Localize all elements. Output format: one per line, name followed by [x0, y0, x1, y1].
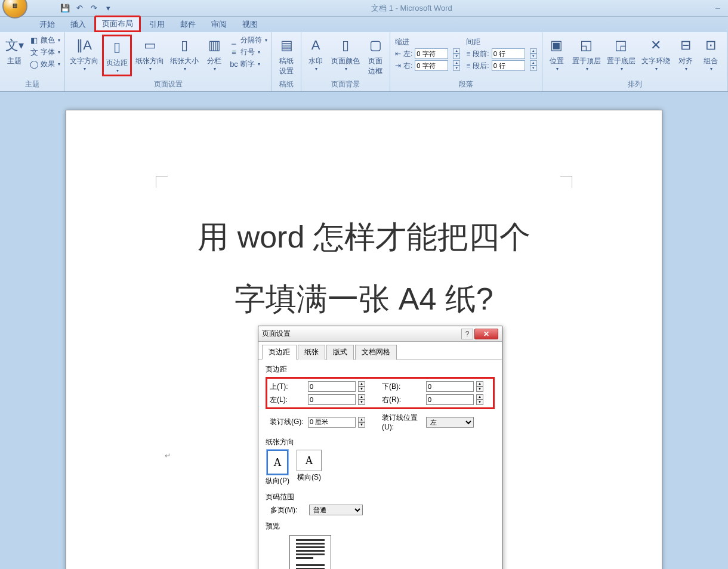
dialog-body: 页边距 上(T): ▲▼ 下(B): ▲▼ 左(L): ▲▼ 右(R): ▲▼ …: [258, 360, 502, 569]
indent-right-input[interactable]: [415, 60, 448, 71]
dialog-close-button[interactable]: ✕: [474, 329, 498, 339]
indent-left-icon: ⇤: [395, 50, 401, 58]
group-pagesetup-label: 页面设置: [67, 79, 269, 90]
tab-home[interactable]: 开始: [32, 17, 62, 32]
portrait-label: 纵向(P): [266, 476, 289, 486]
theme-effect-button[interactable]: ◯效果▾: [27, 58, 62, 70]
orientation-button[interactable]: ▭纸张方向▾: [133, 35, 166, 73]
multi-select[interactable]: 普通: [309, 505, 363, 515]
gutter-pos-select[interactable]: 左: [426, 417, 474, 428]
tab-reference[interactable]: 引用: [142, 17, 172, 32]
office-button[interactable]: ⊞: [2, 0, 27, 18]
border-icon: ▢: [366, 36, 385, 55]
effect-icon: ◯: [29, 60, 39, 69]
orient-icon: ▭: [140, 36, 159, 55]
indent-right-spinner[interactable]: ▲▼: [453, 60, 460, 71]
margin-top-spinner[interactable]: ▲▼: [358, 381, 365, 392]
gutter-label: 装订线(G):: [270, 417, 306, 427]
margin-left-input[interactable]: [308, 394, 356, 405]
linenum-icon: ≡: [229, 48, 239, 57]
tab-review[interactable]: 审阅: [204, 17, 234, 32]
group-paper: ▤稿纸 设置 稿纸: [272, 32, 301, 91]
theme-color-button[interactable]: ◧颜色▾: [27, 35, 62, 46]
linenum-label: 行号: [240, 47, 255, 57]
spacing-before-spinner[interactable]: ▲▼: [530, 48, 537, 59]
gutter-row: 装订线(G): ▲▼ 装订线位置(U): 左: [266, 413, 495, 431]
qat-dropdown-icon[interactable]: ▾: [103, 3, 113, 14]
group-button[interactable]: ⊡组合▾: [699, 35, 723, 73]
hyphen-button[interactable]: bc断字▾: [227, 58, 269, 70]
text-direction-button[interactable]: ‖A文字方向▾: [67, 35, 101, 73]
page-setup-dialog: 页面设置 ? ✕ 页边距 纸张 版式 文档网格 页边距 上(T): ▲▼ 下(B…: [258, 326, 502, 569]
front-label: 置于顶层: [572, 56, 601, 66]
position-button[interactable]: ▣位置▾: [545, 35, 569, 73]
tab-view[interactable]: 视图: [235, 17, 265, 32]
break-label: 分隔符: [240, 35, 262, 45]
dialog-tab-layout[interactable]: 版式: [326, 345, 354, 360]
save-icon[interactable]: 💾: [60, 3, 70, 14]
spacing-after-input[interactable]: [492, 60, 525, 71]
margin-bottom-spinner[interactable]: ▲▼: [476, 381, 483, 392]
dialog-tab-grid[interactable]: 文档网格: [355, 345, 397, 360]
columns-button[interactable]: ▥分栏▾: [202, 35, 226, 73]
pageborder-button[interactable]: ▢页面 边框: [363, 35, 387, 78]
indent-right-label: 右:: [403, 61, 412, 71]
text-wrap-button[interactable]: ✕文字环绕▾: [639, 35, 673, 73]
undo-icon[interactable]: ↶: [74, 3, 85, 14]
dialog-titlebar[interactable]: 页面设置 ? ✕: [258, 326, 502, 342]
preview-section: 预览: [266, 521, 495, 569]
margin-top-input[interactable]: [308, 381, 356, 392]
watermark-button[interactable]: A水印▾: [304, 35, 328, 73]
size-button[interactable]: ▯纸张大小▾: [168, 35, 201, 73]
landscape-option[interactable]: A 横向(S): [297, 450, 322, 486]
theme-font-button[interactable]: 文字体▾: [27, 47, 62, 58]
effect-label: 效果: [41, 59, 55, 69]
hyphen-label: 断字: [240, 59, 255, 69]
wrap-icon: ✕: [646, 36, 665, 55]
tab-mail[interactable]: 邮件: [173, 17, 203, 32]
indent-left-spinner[interactable]: ▲▼: [453, 48, 460, 59]
spacing-before-input[interactable]: [492, 48, 525, 59]
theme-button[interactable]: 文▾ 主题: [2, 35, 26, 67]
dialog-tab-paper[interactable]: 纸张: [298, 345, 325, 360]
align-icon: ⊟: [676, 36, 695, 55]
minimize-button[interactable]: ─: [710, 3, 726, 14]
gutter-input[interactable]: [308, 417, 356, 428]
pagecolor-button[interactable]: ▯页面颜色▾: [329, 35, 362, 73]
break-button[interactable]: ⎯分隔符▾: [227, 35, 269, 46]
spacing-after-icon: ≡: [466, 61, 470, 70]
portrait-option[interactable]: A 纵向(P): [266, 450, 289, 486]
group-arrange: ▣位置▾ ◱置于顶层▾ ◲置于底层▾ ✕文字环绕▾ ⊟对齐▾ ⊡组合▾ 排列: [542, 32, 728, 91]
gutter-spinner[interactable]: ▲▼: [358, 417, 365, 428]
back-label: 置于底层: [607, 56, 636, 66]
dialog-help-button[interactable]: ?: [461, 329, 473, 339]
font-icon: 文: [29, 48, 39, 57]
margin-bottom-input[interactable]: [426, 381, 474, 392]
columns-label: 分栏: [207, 56, 221, 66]
margin-right-spinner[interactable]: ▲▼: [476, 394, 483, 405]
indent-header: 缩进: [395, 37, 412, 47]
dialog-tab-margin[interactable]: 页边距: [262, 345, 297, 360]
paper-setting-button[interactable]: ▤稿纸 设置: [274, 35, 298, 78]
redo-icon[interactable]: ↷: [88, 3, 99, 14]
doc-line-2: 字填满一张 A4 纸?: [126, 268, 602, 330]
orient-section-label: 纸张方向: [266, 437, 495, 447]
margin-button[interactable]: ▯页边距▾: [102, 35, 132, 76]
send-back-button[interactable]: ◲置于底层▾: [604, 35, 638, 73]
margin-right-input[interactable]: [426, 394, 474, 405]
textdir-icon: ‖A: [75, 36, 94, 55]
align-button[interactable]: ⊟对齐▾: [674, 35, 698, 73]
linenum-button[interactable]: ≡行号▾: [227, 47, 269, 58]
margin-right-label: 右(R):: [382, 395, 424, 405]
indent-left-input[interactable]: [415, 48, 448, 59]
bring-front-button[interactable]: ◱置于顶层▾: [570, 35, 603, 73]
size-icon: ▯: [175, 36, 194, 55]
tab-insert[interactable]: 插入: [63, 17, 93, 32]
tab-page-layout[interactable]: 页面布局: [94, 16, 141, 32]
spacing-after-spinner[interactable]: ▲▼: [530, 60, 537, 71]
margin-section: 页边距 上(T): ▲▼ 下(B): ▲▼ 左(L): ▲▼ 右(R): ▲▼ …: [266, 364, 495, 431]
page-range-section: 页码范围 多页(M): 普通: [266, 492, 495, 515]
spacing-after-label: 段后:: [473, 61, 489, 71]
margin-left-spinner[interactable]: ▲▼: [358, 394, 365, 405]
spacing-header: 间距: [466, 37, 489, 47]
